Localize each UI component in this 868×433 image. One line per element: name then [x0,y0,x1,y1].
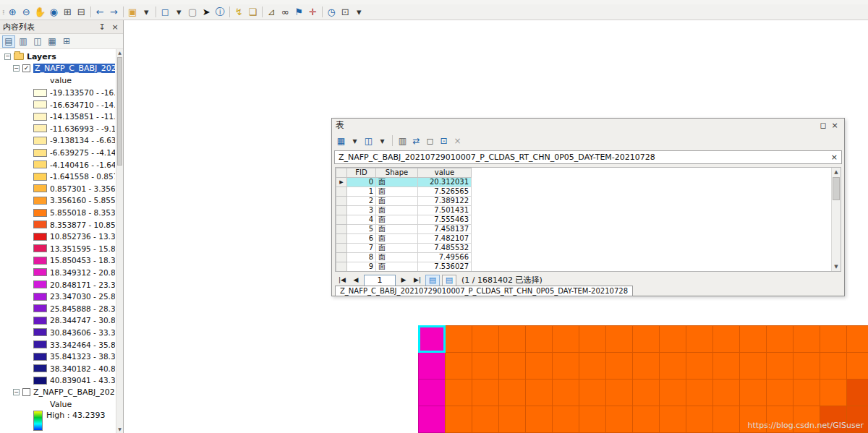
grid-cell[interactable] [552,379,579,406]
html-popup-icon[interactable]: ❏ [246,6,260,19]
grid-cell[interactable] [605,325,633,353]
grid-cell[interactable] [820,325,847,353]
legend-item[interactable]: -19.133570 - -16.6 [0,87,115,99]
next-record-button[interactable]: ▶ [398,275,409,286]
legend-item[interactable]: 15.850453 - 18.34 [0,254,115,267]
grid-cell[interactable] [686,379,713,406]
grid-cell[interactable] [659,406,686,433]
legend-item[interactable]: 0.857301 - 3.3561 [0,183,115,195]
row-selector[interactable] [336,206,347,215]
grid-cell[interactable] [632,352,660,380]
legend-item[interactable]: 10.852736 - 13.35 [0,231,115,243]
grid-cell[interactable] [472,352,499,380]
table-row[interactable]: ▶0面20.312031 [336,178,472,187]
related-tables-icon[interactable]: ◫ [362,134,375,147]
identify-icon[interactable]: ⓘ [213,6,227,19]
selected-grid-cell[interactable] [418,325,446,353]
toolbar-grip[interactable]: ⁞⁞ [2,9,4,16]
back-extent-icon[interactable]: ← [93,6,107,19]
layer1-name[interactable]: Z_NAFP_C_BABJ_202 [33,64,115,73]
scroll-up-icon[interactable]: ▲ [832,168,841,176]
legend-item[interactable]: 8.353877 - 10.852 [0,218,115,231]
grid-cell[interactable] [820,379,847,406]
table-row[interactable]: 8面7.49566 [336,253,472,262]
grid-cell[interactable] [579,352,606,380]
table-row[interactable]: 1面7.526565 [336,187,472,197]
grid-cell[interactable] [525,379,553,406]
legend-item[interactable]: -4.140416 - -1.641 [0,158,115,171]
hyperlink-icon[interactable]: ↯ [232,6,246,19]
grid-cell[interactable] [525,406,553,433]
legend-item[interactable]: 40.839041 - 43.33 [0,374,115,387]
pan-icon[interactable]: ✋ [33,6,47,19]
collapse-icon[interactable]: − [13,65,20,72]
grid-cell[interactable] [820,352,847,380]
table-row[interactable]: 6面7.482107 [336,234,472,244]
scroll-down-icon[interactable]: ▼ [832,262,841,271]
grid-cell[interactable] [472,325,499,353]
table-row[interactable]: 3面7.501431 [336,206,472,215]
list-by-drawing-order-icon[interactable]: ▤ [2,35,15,48]
table-row[interactable]: 5面7.458137 [336,225,472,234]
grid-cell[interactable] [686,325,713,353]
go-to-xy-icon[interactable]: ✛ [306,6,320,19]
grid-cell[interactable] [766,379,793,406]
grid-cell[interactable] [605,352,633,380]
table-tab[interactable]: Z_NAFP_C_BABJ_20210729010007_P_CLDAS_RT_… [334,150,842,164]
zoom-to-layer-dropdown-icon[interactable]: ▾ [140,6,153,19]
measure-icon[interactable]: ⊿ [265,6,278,19]
legend-item[interactable]: 35.841323 - 38.34 [0,351,115,363]
grid-cell[interactable] [579,325,606,353]
grid-cell[interactable] [632,406,660,433]
row-selector[interactable] [336,234,347,244]
grid-cell[interactable] [552,352,579,380]
grid-cell[interactable] [793,352,820,380]
column-header-shape[interactable]: Shape [376,168,418,178]
grid-cell[interactable] [525,325,553,353]
legend-item[interactable]: -1.641558 - 0.857 [0,171,115,183]
grid-cell[interactable] [739,352,767,380]
zoom-in-icon[interactable]: ⊕ [6,6,20,19]
table-row[interactable]: 9面7.536027 [336,262,472,272]
legend-item[interactable]: -16.634710 - -14.1 [0,98,115,111]
last-record-button[interactable]: ▶| [412,275,423,286]
fixed-zoom-in-icon[interactable]: ⊞ [61,6,75,19]
close-icon[interactable]: × [110,22,120,32]
table-row[interactable]: 4面7.555463 [336,215,472,225]
show-selected-records-button[interactable]: ▤ [442,275,456,286]
row-selector[interactable] [336,187,347,197]
legend-item[interactable]: 38.340182 - 40.83 [0,362,115,374]
table-bottom-tab[interactable]: Z_NAFP_C_BABJ_20210729010007_P_CLDAS_RT_… [335,286,633,296]
table-scrollbar[interactable]: ▲ ▼ [831,168,841,271]
grid-cell[interactable] [498,406,526,433]
row-selector[interactable] [336,262,347,272]
legend-item[interactable]: 33.342464 - 35.84 [0,338,115,351]
toc-scrollbar[interactable]: ▲ ▼ [116,49,123,433]
row-selector[interactable] [336,215,347,225]
grid-cell[interactable] [712,406,740,433]
grid-cell[interactable] [712,325,740,353]
grid-cell[interactable] [525,352,553,380]
grid-cell[interactable] [418,406,446,433]
grid-cell[interactable] [793,379,820,406]
row-selector[interactable] [336,225,347,234]
grid-cell[interactable] [793,325,820,353]
grid-cell[interactable] [686,406,713,433]
maximize-icon[interactable]: ◻ [817,121,829,130]
scrollbar-thumb[interactable] [117,57,122,166]
time-slider-icon[interactable]: ◷ [325,6,339,19]
table-options-icon[interactable]: ▦ [335,134,347,147]
legend-item[interactable]: -6.639275 - -4.140 [0,147,115,159]
grid-cell[interactable] [552,406,579,433]
first-record-button[interactable]: |◀ [336,275,348,286]
layer2-name[interactable]: Z_NAFP_C_BABJ_202 [33,387,115,397]
tree-item-layer2[interactable]: − Z_NAFP_C_BABJ_202 [0,387,115,399]
list-by-source-icon[interactable]: ▥ [17,35,30,48]
show-all-records-button[interactable]: ▤ [425,275,440,286]
scrollbar-thumb[interactable] [833,177,840,200]
grid-cell[interactable] [445,352,472,380]
grid-cell[interactable] [579,406,606,433]
switch-selection-icon[interactable]: ⇄ [410,134,422,147]
zoom-to-layer-icon[interactable]: ▣ [126,6,140,19]
table-row[interactable]: 7面7.485532 [336,244,472,253]
